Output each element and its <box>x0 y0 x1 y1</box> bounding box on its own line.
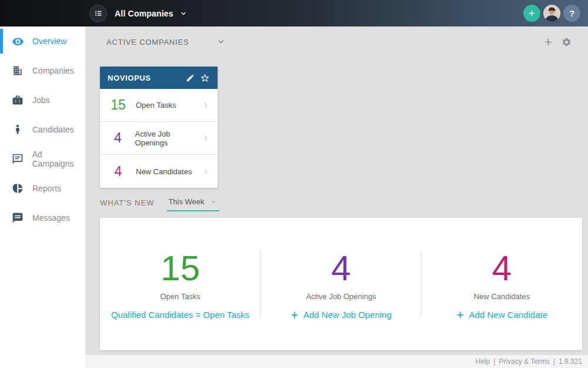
building-icon <box>11 64 25 78</box>
sidebar-item-label: Messages <box>32 213 70 223</box>
briefcase-icon <box>11 93 25 107</box>
sidebar-item-reports[interactable]: Reports <box>0 174 85 203</box>
main-header: ACTIVE COMPANIES <box>85 26 588 57</box>
plus-icon <box>456 311 465 319</box>
company-card-header: NOVIOPUS <box>100 67 218 89</box>
whats-new-title: WHAT'S NEW <box>100 198 154 211</box>
page-title: ACTIVE COMPANIES <box>106 38 189 47</box>
qualified-candidates-link[interactable]: Qualified Candidates = Open Tasks <box>111 310 249 320</box>
open-tasks-count: 15 <box>108 97 129 113</box>
row-label: New Candidates <box>136 167 192 176</box>
help-button[interactable]: ? <box>563 5 580 22</box>
open-tasks-big-count: 15 <box>161 251 200 286</box>
chevron-right-icon <box>202 168 210 175</box>
active-job-openings-big-count: 4 <box>331 251 350 286</box>
sidebar-item-label: Overview <box>32 37 66 46</box>
stat-link-label: Add New Job Opening <box>303 310 392 320</box>
stats-panel: 15 Open Tasks Qualified Candidates = Ope… <box>100 218 582 350</box>
favorite-company-button[interactable] <box>200 73 210 83</box>
sidebar-item-label: Candidates <box>32 125 74 134</box>
eye-icon <box>11 34 25 48</box>
row-label: Active Job Openings <box>135 130 202 147</box>
company-card: NOVIOPUS 15 Open Tasks <box>100 67 218 188</box>
stat-link-label: Add New Candidate <box>469 310 547 320</box>
card-row-open-tasks[interactable]: 15 Open Tasks <box>100 89 218 122</box>
add-new-candidate-link[interactable]: Add New Candidate <box>456 310 547 320</box>
topbar: All Companies ? <box>0 0 588 26</box>
chevron-down-icon[interactable] <box>180 10 187 17</box>
edit-company-button[interactable] <box>186 74 195 82</box>
sidebar-item-label: Reports <box>32 184 61 193</box>
user-avatar[interactable] <box>543 5 560 22</box>
stat-label: Active Job Openings <box>306 292 376 301</box>
footer-separator: | <box>553 357 555 366</box>
privacy-terms-link[interactable]: Privacy & Terms <box>499 357 549 366</box>
person-icon <box>11 122 25 137</box>
sidebar-item-label: Ad Campaigns <box>32 150 85 168</box>
chevron-right-icon <box>202 134 210 142</box>
chat-bubble-icon <box>11 152 25 166</box>
companies-menu-button[interactable] <box>89 5 107 22</box>
stat-new-candidates: 4 New Candidates Add New Candidate <box>422 218 582 350</box>
chevron-down-icon[interactable] <box>217 38 225 46</box>
plus-icon <box>290 311 299 319</box>
avatar-image <box>543 5 560 22</box>
footer: Help | Privacy & Terms | 1.9.321 <box>85 355 588 368</box>
active-job-openings-count: 4 <box>108 130 128 146</box>
whats-new-section-header: WHAT'S NEW This Week <box>100 197 588 211</box>
gear-icon <box>562 37 572 47</box>
pencil-icon <box>186 74 195 82</box>
add-company-button[interactable] <box>543 37 553 47</box>
sidebar-item-candidates[interactable]: Candidates <box>0 115 85 144</box>
sidebar-item-ad-campaigns[interactable]: Ad Campaigns <box>0 144 85 174</box>
star-icon <box>200 73 210 83</box>
version-label: 1.9.321 <box>559 357 582 366</box>
new-candidates-big-count: 4 <box>492 251 512 286</box>
stat-open-tasks: 15 Open Tasks Qualified Candidates = Ope… <box>100 218 260 350</box>
company-selector[interactable]: All Companies <box>115 9 173 18</box>
sidebar-item-overview[interactable]: Overview <box>0 26 85 56</box>
settings-button[interactable] <box>562 37 572 47</box>
new-candidates-count: 4 <box>108 164 129 180</box>
company-name: NOVIOPUS <box>108 74 151 82</box>
week-filter-label: This Week <box>168 197 204 206</box>
row-label: Open Tasks <box>136 101 176 110</box>
stat-label: New Candidates <box>474 292 530 301</box>
chevron-down-icon <box>210 198 217 205</box>
add-new-job-opening-link[interactable]: Add New Job Opening <box>290 310 392 320</box>
help-link[interactable]: Help <box>476 357 490 366</box>
plus-icon <box>543 37 553 47</box>
stat-link-label: Qualified Candidates = Open Tasks <box>111 310 249 320</box>
plus-icon <box>527 9 536 18</box>
main-content: ACTIVE COMPANIES NOVIOPUS <box>85 26 588 355</box>
sidebar-item-label: Companies <box>32 66 74 75</box>
list-icon <box>94 9 103 18</box>
add-button[interactable] <box>523 5 540 22</box>
sidebar-item-label: Jobs <box>32 95 50 105</box>
stat-active-job-openings: 4 Active Job Openings Add New Job Openin… <box>260 218 421 350</box>
card-row-new-candidates[interactable]: 4 New Candidates <box>100 155 218 188</box>
sidebar: Overview Companies Jobs Candidates <box>0 26 85 368</box>
week-filter-dropdown[interactable]: This Week <box>167 197 219 211</box>
sidebar-item-messages[interactable]: Messages <box>0 203 85 233</box>
chevron-right-icon <box>202 101 210 109</box>
card-row-active-job-openings[interactable]: 4 Active Job Openings <box>100 122 218 155</box>
message-bubble-icon <box>11 211 25 225</box>
sidebar-item-companies[interactable]: Companies <box>0 56 85 85</box>
sidebar-item-jobs[interactable]: Jobs <box>0 85 85 115</box>
pie-chart-icon <box>11 181 25 195</box>
footer-separator: | <box>493 357 495 366</box>
stat-label: Open Tasks <box>160 292 200 301</box>
